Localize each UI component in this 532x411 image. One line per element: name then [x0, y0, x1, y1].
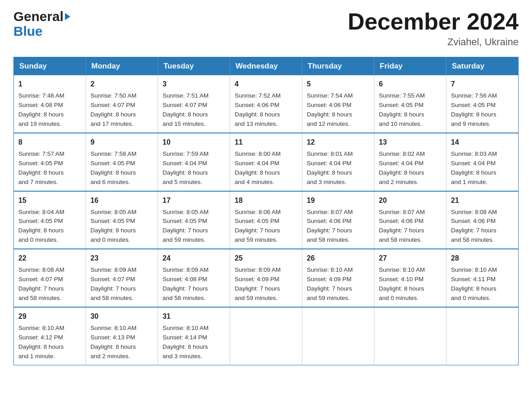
calendar-day-cell: 22Sunrise: 8:08 AM Sunset: 4:07 PM Dayli… [14, 249, 86, 307]
calendar-day-cell: 13Sunrise: 8:02 AM Sunset: 4:04 PM Dayli… [374, 133, 446, 191]
calendar-header-row: SundayMondayTuesdayWednesdayThursdayFrid… [14, 57, 519, 76]
day-number: 10 [163, 137, 225, 148]
calendar-day-cell: 3Sunrise: 7:51 AM Sunset: 4:07 PM Daylig… [158, 75, 230, 133]
day-number: 23 [90, 253, 153, 264]
day-number: 27 [379, 253, 442, 264]
day-number: 11 [235, 137, 297, 148]
day-of-week-header: Tuesday [158, 57, 230, 76]
day-info: Sunrise: 8:05 AM Sunset: 4:05 PM Dayligh… [90, 208, 153, 245]
day-info: Sunrise: 8:04 AM Sunset: 4:05 PM Dayligh… [18, 208, 81, 245]
calendar-day-cell: 25Sunrise: 8:09 AM Sunset: 4:09 PM Dayli… [230, 249, 302, 307]
day-number: 3 [163, 79, 225, 90]
day-info: Sunrise: 7:56 AM Sunset: 4:05 PM Dayligh… [451, 91, 514, 129]
day-of-week-header: Wednesday [230, 57, 302, 76]
day-number: 9 [90, 137, 153, 148]
calendar-day-cell: 27Sunrise: 8:10 AM Sunset: 4:10 PM Dayli… [374, 249, 446, 307]
calendar-subtitle: Zviahel, Ukraine [348, 36, 519, 48]
day-info: Sunrise: 7:50 AM Sunset: 4:07 PM Dayligh… [90, 91, 153, 129]
calendar-day-cell [374, 307, 446, 365]
day-of-week-header: Sunday [14, 57, 86, 76]
calendar-day-cell: 28Sunrise: 8:10 AM Sunset: 4:11 PM Dayli… [446, 249, 519, 307]
calendar-title: December 2024 [348, 9, 519, 34]
day-of-week-header: Monday [86, 57, 158, 76]
day-number: 6 [379, 79, 442, 90]
day-info: Sunrise: 8:10 AM Sunset: 4:11 PM Dayligh… [451, 265, 514, 303]
calendar-day-cell: 21Sunrise: 8:08 AM Sunset: 4:06 PM Dayli… [446, 191, 519, 249]
calendar-week-row: 29Sunrise: 8:10 AM Sunset: 4:12 PM Dayli… [14, 307, 519, 365]
day-number: 21 [451, 195, 514, 206]
calendar-day-cell: 12Sunrise: 8:01 AM Sunset: 4:04 PM Dayli… [302, 133, 374, 191]
day-info: Sunrise: 7:48 AM Sunset: 4:08 PM Dayligh… [18, 91, 81, 129]
title-block: December 2024 Zviahel, Ukraine [348, 9, 519, 48]
logo: General Blue [13, 9, 70, 39]
day-number: 5 [307, 79, 369, 90]
day-number: 17 [163, 195, 225, 206]
day-info: Sunrise: 8:02 AM Sunset: 4:04 PM Dayligh… [379, 150, 442, 187]
day-info: Sunrise: 8:10 AM Sunset: 4:10 PM Dayligh… [379, 265, 442, 303]
day-info: Sunrise: 8:01 AM Sunset: 4:04 PM Dayligh… [307, 150, 369, 187]
logo-blue-text: Blue [13, 24, 43, 39]
day-number: 15 [18, 195, 81, 206]
calendar-day-cell: 18Sunrise: 8:06 AM Sunset: 4:05 PM Dayli… [230, 191, 302, 249]
day-info: Sunrise: 7:51 AM Sunset: 4:07 PM Dayligh… [163, 91, 225, 129]
calendar-week-row: 8Sunrise: 7:57 AM Sunset: 4:05 PM Daylig… [14, 133, 519, 191]
day-number: 2 [90, 79, 153, 90]
day-number: 8 [18, 137, 81, 148]
day-info: Sunrise: 8:08 AM Sunset: 4:06 PM Dayligh… [451, 208, 514, 245]
calendar-day-cell: 14Sunrise: 8:03 AM Sunset: 4:04 PM Dayli… [446, 133, 519, 191]
calendar-day-cell [230, 307, 302, 365]
day-number: 30 [90, 311, 153, 322]
day-info: Sunrise: 7:55 AM Sunset: 4:05 PM Dayligh… [379, 91, 442, 129]
day-number: 24 [163, 253, 225, 264]
calendar-day-cell: 9Sunrise: 7:58 AM Sunset: 4:05 PM Daylig… [86, 133, 158, 191]
day-info: Sunrise: 8:10 AM Sunset: 4:09 PM Dayligh… [307, 265, 369, 303]
calendar-day-cell: 7Sunrise: 7:56 AM Sunset: 4:05 PM Daylig… [446, 75, 519, 133]
day-number: 13 [379, 137, 442, 148]
day-of-week-header: Thursday [302, 57, 374, 76]
day-number: 18 [235, 195, 297, 206]
calendar-week-row: 15Sunrise: 8:04 AM Sunset: 4:05 PM Dayli… [14, 191, 519, 249]
day-number: 26 [307, 253, 369, 264]
calendar-table: SundayMondayTuesdayWednesdayThursdayFrid… [13, 57, 519, 365]
day-number: 4 [235, 79, 297, 90]
day-info: Sunrise: 8:09 AM Sunset: 4:09 PM Dayligh… [235, 265, 297, 303]
calendar-day-cell [302, 307, 374, 365]
day-number: 20 [379, 195, 442, 206]
day-info: Sunrise: 8:10 AM Sunset: 4:12 PM Dayligh… [18, 324, 81, 361]
calendar-day-cell: 1Sunrise: 7:48 AM Sunset: 4:08 PM Daylig… [14, 75, 86, 133]
day-info: Sunrise: 8:07 AM Sunset: 4:06 PM Dayligh… [379, 208, 442, 245]
day-info: Sunrise: 7:52 AM Sunset: 4:06 PM Dayligh… [235, 91, 297, 129]
calendar-day-cell: 24Sunrise: 8:09 AM Sunset: 4:08 PM Dayli… [158, 249, 230, 307]
calendar-day-cell: 23Sunrise: 8:09 AM Sunset: 4:07 PM Dayli… [86, 249, 158, 307]
calendar-week-row: 1Sunrise: 7:48 AM Sunset: 4:08 PM Daylig… [14, 75, 519, 133]
day-info: Sunrise: 8:03 AM Sunset: 4:04 PM Dayligh… [451, 150, 514, 187]
day-info: Sunrise: 8:06 AM Sunset: 4:05 PM Dayligh… [235, 208, 297, 245]
calendar-week-row: 22Sunrise: 8:08 AM Sunset: 4:07 PM Dayli… [14, 249, 519, 307]
day-number: 29 [18, 311, 81, 322]
day-info: Sunrise: 7:54 AM Sunset: 4:06 PM Dayligh… [307, 91, 369, 129]
day-info: Sunrise: 8:09 AM Sunset: 4:08 PM Dayligh… [163, 265, 225, 303]
day-info: Sunrise: 8:08 AM Sunset: 4:07 PM Dayligh… [18, 265, 81, 303]
calendar-day-cell: 26Sunrise: 8:10 AM Sunset: 4:09 PM Dayli… [302, 249, 374, 307]
calendar-day-cell [446, 307, 519, 365]
day-of-week-header: Friday [374, 57, 446, 76]
day-info: Sunrise: 8:10 AM Sunset: 4:14 PM Dayligh… [163, 324, 225, 361]
calendar-day-cell: 30Sunrise: 8:10 AM Sunset: 4:13 PM Dayli… [86, 307, 158, 365]
calendar-day-cell: 29Sunrise: 8:10 AM Sunset: 4:12 PM Dayli… [14, 307, 86, 365]
day-number: 25 [235, 253, 297, 264]
calendar-day-cell: 31Sunrise: 8:10 AM Sunset: 4:14 PM Dayli… [158, 307, 230, 365]
day-info: Sunrise: 8:10 AM Sunset: 4:13 PM Dayligh… [90, 324, 153, 361]
calendar-day-cell: 6Sunrise: 7:55 AM Sunset: 4:05 PM Daylig… [374, 75, 446, 133]
calendar-day-cell: 16Sunrise: 8:05 AM Sunset: 4:05 PM Dayli… [86, 191, 158, 249]
calendar-day-cell: 11Sunrise: 8:00 AM Sunset: 4:04 PM Dayli… [230, 133, 302, 191]
calendar-day-cell: 19Sunrise: 8:07 AM Sunset: 4:06 PM Dayli… [302, 191, 374, 249]
day-info: Sunrise: 7:59 AM Sunset: 4:04 PM Dayligh… [163, 150, 225, 187]
calendar-day-cell: 17Sunrise: 8:05 AM Sunset: 4:05 PM Dayli… [158, 191, 230, 249]
page-header: General Blue December 2024 Zviahel, Ukra… [13, 9, 519, 48]
day-number: 22 [18, 253, 81, 264]
day-number: 19 [307, 195, 369, 206]
day-of-week-header: Saturday [446, 57, 519, 76]
calendar-day-cell: 15Sunrise: 8:04 AM Sunset: 4:05 PM Dayli… [14, 191, 86, 249]
calendar-day-cell: 10Sunrise: 7:59 AM Sunset: 4:04 PM Dayli… [158, 133, 230, 191]
day-info: Sunrise: 8:00 AM Sunset: 4:04 PM Dayligh… [235, 150, 297, 187]
